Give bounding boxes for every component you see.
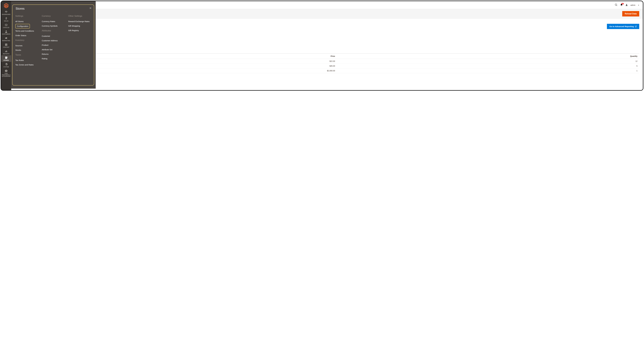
nav-label: SYSTEM bbox=[4, 66, 9, 68]
flyout-title: Stores bbox=[16, 7, 91, 10]
menu-attribute-set[interactable]: Attribute Set bbox=[42, 47, 64, 52]
menu-product[interactable]: Product bbox=[42, 43, 64, 47]
nav-label: MARKETING bbox=[2, 40, 10, 41]
nav-label: STORES bbox=[4, 60, 9, 61]
cell-qty: 1 bbox=[337, 68, 639, 73]
flyout-section-header: Taxes bbox=[15, 54, 38, 56]
menu-stocks[interactable]: Stocks bbox=[15, 48, 38, 52]
user-menu-caret-icon[interactable]: ▼ bbox=[638, 4, 639, 6]
notifications[interactable]: 39 bbox=[620, 3, 623, 7]
flyout-section-header: Other Settings bbox=[68, 15, 91, 17]
flyout-panel: ✕ Stores SettingsAll StoresConfiguration… bbox=[12, 4, 94, 86]
menu-order-status[interactable]: Order Status bbox=[15, 33, 38, 38]
dashboard-tabs: ewed ProductsNew CustomersCustomersYotpo… bbox=[15, 49, 639, 53]
search-icon[interactable] bbox=[615, 3, 618, 7]
puzzle-icon bbox=[5, 69, 8, 72]
advanced-reporting-row: reports tailored to your customer data. … bbox=[15, 19, 639, 33]
menu-currency-symbols[interactable]: Currency Symbols bbox=[42, 24, 64, 28]
menu-terms-and-conditions[interactable]: Terms and Conditions bbox=[15, 29, 38, 33]
svg-point-7 bbox=[615, 4, 617, 5]
flyout-column: SettingsAll StoresConfigurationTerms and… bbox=[15, 13, 38, 67]
table-row[interactable]: $2,000.001 bbox=[15, 68, 639, 73]
flyout-column: Other SettingsReward Exchange RatesGift … bbox=[68, 13, 91, 67]
nav-system[interactable]: SYSTEM bbox=[1, 62, 11, 68]
dashboard-content: Reload Data reports tailored to your cus… bbox=[11, 8, 643, 73]
admin-sidebar: DASHBOARDSALESCATALOGCUSTOMERSMARKETINGC… bbox=[1, 1, 11, 90]
nav-label: REPORTS bbox=[3, 53, 10, 54]
layout-icon bbox=[5, 43, 8, 46]
nav-catalog[interactable]: CATALOG bbox=[1, 22, 11, 29]
nav-label: FIND PARTNERS & EXTENSIONS bbox=[1, 73, 11, 77]
flyout-section-header: Attributes bbox=[42, 29, 64, 32]
close-icon[interactable]: ✕ bbox=[89, 6, 92, 10]
flyout-section-header: Settings bbox=[15, 15, 38, 17]
box-icon bbox=[5, 23, 8, 26]
nav-marketing[interactable]: MARKETING bbox=[1, 36, 11, 42]
main-content: 39 admin ▼ Reload Data reports tailored … bbox=[11, 1, 643, 90]
cell-qty: 12 bbox=[337, 59, 639, 64]
menu-sources[interactable]: Sources bbox=[15, 43, 38, 48]
nav-label: CATALOG bbox=[3, 27, 9, 28]
advanced-reporting-button[interactable]: Go to Advanced Reporting bbox=[607, 24, 639, 29]
nav-reports[interactable]: REPORTS bbox=[1, 49, 11, 55]
menu-configuration[interactable]: Configuration bbox=[15, 24, 30, 28]
nav-label: CUSTOMERS bbox=[2, 33, 10, 35]
reload-bar: Reload Data bbox=[11, 9, 643, 19]
stats-row: Tax$0.00Shipping$0.00Quantity0 bbox=[15, 36, 639, 49]
storefront-icon bbox=[5, 56, 8, 59]
svg-rect-6 bbox=[7, 51, 7, 52]
person-icon bbox=[5, 30, 8, 33]
svg-rect-3 bbox=[6, 44, 7, 46]
menu-currency-rates[interactable]: Currency Rates bbox=[42, 19, 64, 24]
nav-label: CONTENT bbox=[3, 46, 10, 48]
menu-all-stores[interactable]: All Stores bbox=[15, 19, 38, 24]
svg-point-9 bbox=[626, 4, 627, 5]
dollar-icon bbox=[5, 17, 8, 20]
reload-data-button[interactable]: Reload Data bbox=[622, 11, 639, 16]
top-bar: 39 admin ▼ bbox=[11, 1, 643, 8]
notification-badge: 39 bbox=[622, 3, 624, 4]
table-row[interactable]: $22.0012 bbox=[15, 59, 639, 64]
flyout-section-header: Inventory bbox=[15, 39, 38, 41]
menu-customer-address[interactable]: Customer Address bbox=[42, 38, 64, 43]
menu-rating[interactable]: Rating bbox=[42, 56, 64, 61]
nav-stores[interactable]: STORES bbox=[1, 55, 11, 62]
table-row[interactable]: $45.005 bbox=[15, 64, 639, 68]
megaphone-icon bbox=[5, 37, 8, 39]
app-frame: DASHBOARDSALESCATALOGCUSTOMERSMARKETINGC… bbox=[1, 1, 643, 91]
svg-rect-2 bbox=[5, 44, 6, 46]
user-icon[interactable] bbox=[625, 3, 628, 7]
menu-gift-registry[interactable]: Gift Registry bbox=[68, 28, 91, 33]
stores-flyout: ✕ Stores SettingsAll StoresConfiguration… bbox=[11, 1, 96, 89]
flyout-column: CurrencyCurrency RatesCurrency SymbolsAt… bbox=[42, 13, 64, 67]
grid-header-row: PriceQuantity bbox=[15, 54, 639, 59]
magento-logo[interactable] bbox=[4, 3, 9, 8]
gear-icon bbox=[5, 63, 8, 66]
svg-point-0 bbox=[6, 30, 6, 31]
flyout-section-header: Currency bbox=[42, 15, 64, 17]
nav-label: SALES bbox=[4, 20, 8, 22]
nav-dashboard[interactable]: DASHBOARD bbox=[1, 9, 11, 16]
col-quantity: Quantity bbox=[337, 54, 639, 59]
chart-hint: e the chart, click here. bbox=[15, 33, 639, 36]
external-link-icon bbox=[635, 25, 637, 27]
nav-find-partners-extensions[interactable]: FIND PARTNERS & EXTENSIONS bbox=[1, 68, 11, 78]
svg-rect-1 bbox=[5, 44, 7, 44]
nav-content[interactable]: CONTENT bbox=[1, 42, 11, 49]
menu-tax-zones-and-rates[interactable]: Tax Zones and Rates bbox=[15, 62, 38, 67]
data-grid: PriceQuantity $22.0012$45.005$2,000.001 bbox=[15, 54, 639, 73]
bars-icon bbox=[5, 50, 8, 53]
admin-user-label[interactable]: admin bbox=[630, 4, 635, 6]
menu-tax-rules[interactable]: Tax Rules bbox=[15, 58, 38, 62]
nav-sales[interactable]: SALES bbox=[1, 16, 11, 22]
menu-reward-exchange-rates[interactable]: Reward Exchange Rates bbox=[68, 19, 91, 24]
nav-label: DASHBOARD bbox=[2, 14, 10, 15]
svg-line-8 bbox=[616, 5, 617, 6]
menu-gift-wrapping[interactable]: Gift Wrapping bbox=[68, 24, 91, 28]
menu-returns[interactable]: Returns bbox=[42, 52, 64, 56]
adv-reporting-label: Go to Advanced Reporting bbox=[610, 25, 634, 27]
nav-customers[interactable]: CUSTOMERS bbox=[1, 29, 11, 36]
svg-rect-4 bbox=[5, 51, 6, 52]
cell-qty: 5 bbox=[337, 64, 639, 68]
menu-customer[interactable]: Customer bbox=[42, 34, 64, 38]
